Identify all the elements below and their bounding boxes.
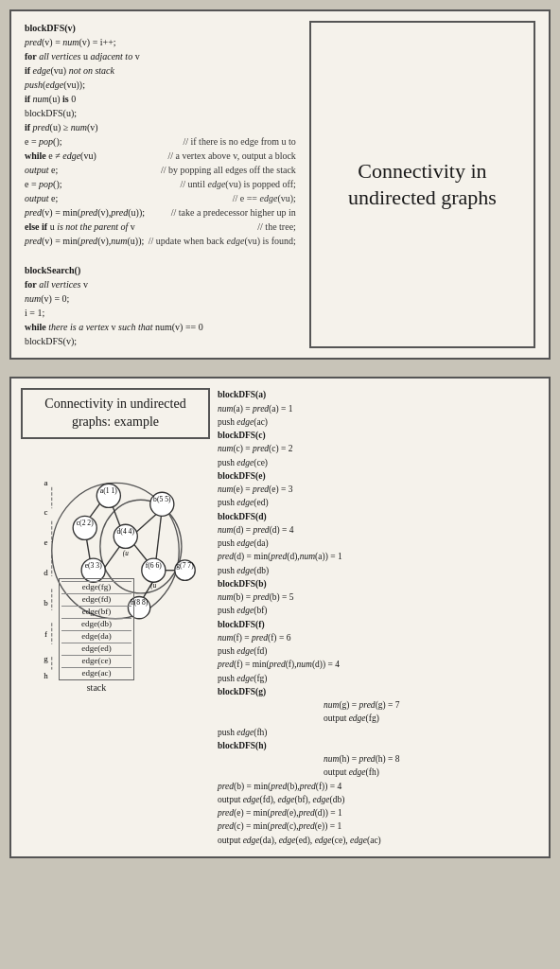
- dfs-trace: blockDFS(a) num(a) = pred(a) = 1 push ed…: [218, 388, 539, 847]
- node-e-label: e(3 3): [85, 561, 102, 570]
- svg-text:(u: (u: [123, 550, 129, 557]
- node-label-h-side: h: [44, 671, 48, 680]
- stack-item: edge(fd): [61, 593, 131, 604]
- node-label-d-side: d: [44, 568, 48, 577]
- node-c-label: c(2 2): [77, 519, 94, 527]
- stack-container: edge(fg) edge(fd) edge(bf) edge(db) edge…: [59, 578, 134, 693]
- stack-item: edge(ce): [61, 655, 131, 665]
- bottom-left-area: Connectivity in undirectedgraphs: exampl…: [21, 388, 210, 847]
- node-g-label: g(7 7): [176, 561, 194, 570]
- stack-item: edge(ac): [61, 667, 131, 678]
- stack-item: edge(fg): [61, 581, 131, 591]
- node-label-a-side: a: [44, 478, 47, 487]
- stack-item: edge(ed): [61, 643, 131, 653]
- graph-area: a c e d b f g h: [21, 445, 210, 693]
- node-label-e-side: e: [44, 537, 47, 547]
- panel-title: Connectivity inundirected graphs: [348, 158, 497, 212]
- stack-label: stack: [59, 682, 134, 693]
- stack-item: edge(bf): [61, 606, 131, 616]
- node-d-label: d(4 4): [117, 527, 135, 536]
- block-search-algo: blockSearch() for all vertices v num(v) …: [25, 263, 296, 348]
- node-label-f-side: f: [44, 629, 47, 639]
- stack-table: edge(fg) edge(fd) edge(bf) edge(db) edge…: [59, 578, 134, 680]
- algorithm-text: blockDFS(v) pred(v) = num(v) = i++; for …: [25, 21, 296, 348]
- node-b-label: b(5 5): [153, 495, 171, 503]
- stack-item: edge(db): [61, 618, 131, 628]
- dfs-trace-area: blockDFS(a) num(a) = pred(a) = 1 push ed…: [218, 388, 539, 847]
- node-f-label: f(6 6): [146, 561, 163, 570]
- node-label-c-side: c: [44, 507, 47, 517]
- node-a-label: a(1 1): [100, 486, 117, 495]
- block-dfs-algo: blockDFS(v) pred(v) = num(v) = i++; for …: [25, 21, 296, 248]
- stack-item: edge(da): [61, 630, 131, 641]
- bottom-panel: Connectivity in undirectedgraphs: exampl…: [9, 377, 551, 858]
- node-label-g-side: g: [44, 654, 48, 663]
- node-label-b-side: b: [44, 598, 48, 608]
- bottom-title-box: Connectivity in undirectedgraphs: exampl…: [21, 388, 210, 439]
- top-panel: blockDFS(v) pred(v) = num(v) = i++; for …: [9, 9, 551, 360]
- title-box: Connectivity inundirected graphs: [309, 21, 535, 348]
- svg-text:(u: (u: [150, 582, 156, 590]
